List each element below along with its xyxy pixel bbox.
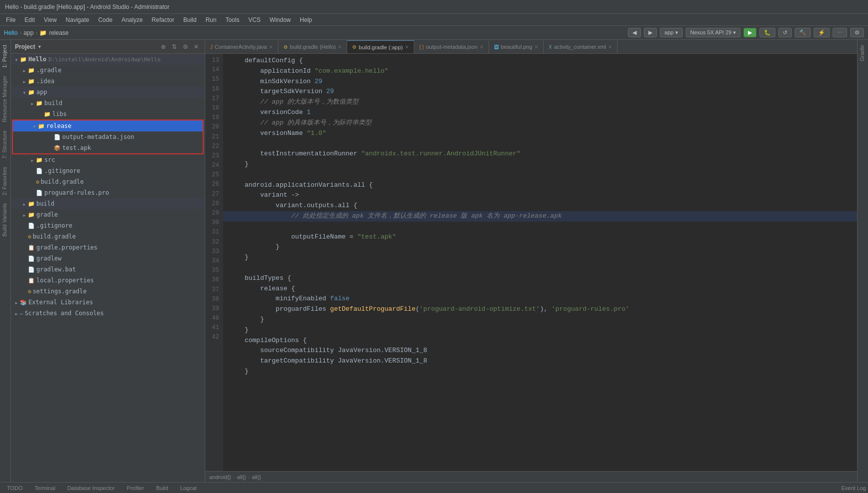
scratches-icon: ✏️ [20, 310, 23, 317]
tree-item-gradle-root[interactable]: 📁 gradle [11, 209, 205, 220]
tree-item-ext-libs[interactable]: 📚 External Libraries [11, 297, 205, 308]
menu-item-vcs[interactable]: VCS [245, 15, 265, 24]
tree-item-gitignore-root[interactable]: 📄 .gitignore [11, 220, 205, 231]
project-settings-button[interactable]: ⚙ [181, 42, 190, 51]
config-selector[interactable]: app ▾ [660, 28, 682, 37]
nav-forward-button[interactable]: ▶ [644, 28, 657, 37]
settings-button[interactable]: ⚙ [850, 28, 864, 37]
bottom-tab-db-inspector[interactable]: Database Inspector [62, 484, 120, 492]
src-label: src [44, 156, 55, 163]
gradle-dir-arrow [21, 68, 28, 73]
bottom-tab-logcat[interactable]: Logcat [175, 484, 202, 492]
tree-item-settings-gradle[interactable]: ⚙ settings.gradle [11, 286, 205, 297]
tab-build-app-close[interactable]: ✕ [405, 44, 409, 50]
tab-beautiful[interactable]: 🖼 beautiful.png ✕ [489, 40, 544, 53]
tab-metadata-close[interactable]: ✕ [480, 44, 484, 50]
tree-item-gradlew[interactable]: 📄 gradlew [11, 253, 205, 264]
breadcrumb-release[interactable]: release [49, 29, 68, 36]
build-sub-label: build [44, 100, 62, 107]
tab-container-activity[interactable]: J ContainerActivity.java ✕ [205, 40, 278, 53]
run-button[interactable]: ▶ [744, 28, 756, 37]
vert-tab-favorites[interactable]: 2: Favorites [0, 163, 10, 199]
locate-file-button[interactable]: ⊕ [159, 42, 168, 51]
collapse-all-button[interactable]: ⇅ [170, 42, 179, 51]
menu-item-view[interactable]: View [40, 15, 61, 24]
tree-item-buildgradle-root[interactable]: ⚙ build.gradle [11, 231, 205, 242]
tree-item-test-apk[interactable]: 📦 test.apk [13, 142, 203, 153]
close-project-button[interactable]: ✕ [192, 42, 201, 51]
build-root-label: build [36, 200, 54, 207]
breadcrumb-app[interactable]: app [23, 29, 33, 36]
project-dropdown-icon[interactable]: ▾ [38, 44, 41, 49]
tree-item-build-sub[interactable]: 📁 build [11, 98, 205, 109]
src-icon: 📁 [36, 157, 43, 163]
tree-item-libs[interactable]: 📁 libs [11, 109, 205, 120]
bottom-tab-profiler[interactable]: Profiler [122, 484, 149, 492]
status-event-log[interactable]: Event Log [841, 485, 866, 491]
menu-item-help[interactable]: Help [296, 15, 316, 24]
tab-build-app[interactable]: ⚙ build.gradle (:app) ✕ [347, 40, 414, 53]
tree-item-build-root[interactable]: 📁 build [11, 198, 205, 209]
tree-item-gitignore-app[interactable]: 📄 .gitignore [11, 165, 205, 176]
tree-item-output-json[interactable]: 📄 output-metadata.json [13, 131, 203, 142]
tree-item-app[interactable]: 📁 app [11, 87, 205, 98]
tree-item-hello[interactable]: 📁 Hello D:\install\Android\Androidwp\Hel… [11, 54, 205, 65]
bottom-tab-terminal[interactable]: Terminal [30, 484, 61, 492]
tab-activity-label: activity_container.xml [554, 44, 606, 50]
hello-folder-icon: 📁 [20, 56, 27, 63]
menu-item-code[interactable]: Code [94, 15, 117, 24]
debug-button[interactable]: 🐛 [759, 28, 775, 37]
tree-item-buildgradle-app[interactable]: ⚙ build.gradle [11, 176, 205, 187]
tab-activity-xml[interactable]: X activity_container.xml ✕ [544, 40, 618, 53]
more-actions-button[interactable]: ⋯ [833, 28, 847, 37]
menu-item-edit[interactable]: Edit [20, 15, 39, 24]
sync-button[interactable]: ↺ [778, 28, 792, 37]
tree-item-local-props[interactable]: 📋 local.properties [11, 275, 205, 286]
code-area[interactable]: 13 14 15 16 17 18 19 20 21 22 23 24 25 2… [205, 54, 857, 471]
tree-item-idea-dir[interactable]: 📁 .idea [11, 76, 205, 87]
tab-build-hello-close[interactable]: ✕ [338, 44, 342, 50]
app-label: app [36, 89, 47, 96]
tab-build-hello-icon: ⚙ [283, 44, 288, 50]
tab-container-label: ContainerActivity.java [215, 44, 267, 50]
nav-back-button[interactable]: ◀ [628, 28, 641, 37]
vert-tab-build-variants[interactable]: Build Variants [0, 199, 10, 241]
tab-beautiful-close[interactable]: ✕ [534, 44, 538, 50]
vert-tab-structure[interactable]: 7: Structure [0, 126, 10, 163]
vert-tab-project[interactable]: 1: Project [0, 41, 10, 72]
menu-item-build[interactable]: Build [179, 15, 201, 24]
tree-item-src[interactable]: 📁 src [11, 154, 205, 165]
tree-item-proguard[interactable]: 📄 proguard-rules.pro [11, 187, 205, 198]
libs-icon: 📁 [44, 111, 51, 118]
tab-activity-close[interactable]: ✕ [608, 44, 612, 50]
build-button[interactable]: 🔨 [795, 28, 811, 37]
device-selector[interactable]: Nexus 5X API 29 ▾ [686, 28, 741, 37]
menu-item-refactor[interactable]: Refactor [148, 15, 178, 24]
code-content[interactable]: defaultConfig { applicationId "com.examp… [223, 54, 857, 471]
tree-item-gradle-props[interactable]: 📋 gradle.properties [11, 242, 205, 253]
tab-build-hello[interactable]: ⚙ build.gradle (Hello) ✕ [278, 40, 347, 53]
bottom-tabs-bar: TODO Terminal Database Inspector Profile… [0, 482, 868, 493]
menu-item-window[interactable]: Window [265, 15, 295, 24]
bottom-tab-build[interactable]: Build [151, 484, 173, 492]
vert-tab-gradle[interactable]: Gradle [858, 41, 868, 65]
menu-item-run[interactable]: Run [202, 15, 221, 24]
bottom-tab-todo[interactable]: TODO [2, 484, 28, 492]
menu-item-file[interactable]: File [2, 15, 19, 24]
menu-item-tools[interactable]: Tools [222, 15, 244, 24]
profile-button[interactable]: ⚡ [814, 28, 830, 37]
tab-metadata[interactable]: { } output-metadata.json ✕ [414, 40, 489, 53]
tab-container-close[interactable]: ✕ [269, 44, 273, 50]
tree-item-gradlew-bat[interactable]: 📄 gradlew.bat [11, 264, 205, 275]
breadcrumb-hello[interactable]: Hello [4, 29, 17, 36]
tree-item-release[interactable]: 📁 release [13, 121, 203, 131]
tree-item-gradle-dir[interactable]: 📁 .gradle [11, 65, 205, 76]
tree-item-scratches[interactable]: ✏️ Scratches and Consoles [11, 308, 205, 319]
gradlew-label: gradlew [36, 255, 62, 262]
project-header-actions: ⊕ ⇅ ⚙ ✕ [159, 42, 201, 51]
proguard-icon: 📄 [36, 190, 43, 196]
menu-item-navigate[interactable]: Navigate [62, 15, 93, 24]
app-arrow [21, 90, 28, 95]
vert-tab-resource-manager[interactable]: Resource Manager [0, 72, 10, 126]
menu-item-analyze[interactable]: Analyze [118, 15, 147, 24]
